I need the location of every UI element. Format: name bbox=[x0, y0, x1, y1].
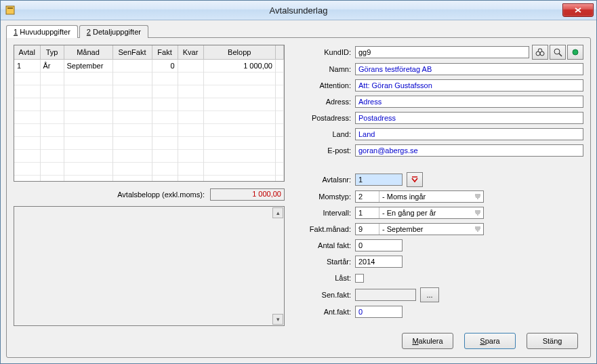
memo-textarea[interactable]: ▴ ▾ bbox=[14, 206, 285, 326]
binoculars-icon bbox=[535, 48, 545, 56]
antalfakt-label: Antal fakt: bbox=[298, 241, 355, 249]
col-belopp[interactable]: Belopp bbox=[203, 45, 276, 60]
intervall-label: Intervall: bbox=[298, 209, 355, 217]
attention-input[interactable] bbox=[355, 79, 583, 92]
chevron-down-icon bbox=[472, 191, 483, 202]
magnifier-icon bbox=[553, 47, 562, 57]
avtalsnr-label: Avtalsnr: bbox=[298, 176, 355, 184]
col-manad[interactable]: Månad bbox=[64, 45, 112, 60]
makulera-button[interactable]: Makulera bbox=[402, 333, 453, 349]
land-input[interactable] bbox=[355, 128, 583, 140]
attention-label: Attention: bbox=[298, 81, 355, 89]
col-senfakt[interactable]: SenFakt bbox=[112, 45, 152, 60]
cell-kvar bbox=[178, 60, 203, 73]
contracts-grid[interactable]: Avtal Typ Månad SenFakt Fakt Kvar Belopp bbox=[14, 45, 285, 182]
cell-manad: September bbox=[64, 60, 112, 73]
svg-point-6 bbox=[573, 49, 578, 55]
intervall-combo[interactable]: 1 - En gång per år bbox=[355, 207, 484, 219]
avtalsnr-input[interactable] bbox=[355, 174, 403, 186]
momstyp-text: - Moms ingår bbox=[379, 191, 472, 202]
momstyp-code: 2 bbox=[356, 191, 379, 202]
status-button[interactable] bbox=[567, 45, 583, 60]
tabstrip: 1 Huvuduppgifter 2 Detaljuppgifter bbox=[6, 24, 591, 37]
namn-label: Namn: bbox=[298, 65, 355, 73]
left-column: Avtal Typ Månad SenFakt Fakt Kvar Belopp bbox=[14, 45, 285, 326]
summary-row: Avtalsbelopp (exkl.moms): 1 000,00 bbox=[14, 188, 285, 201]
senfakt-label: Sen.fakt: bbox=[298, 291, 355, 299]
chevron-down-icon bbox=[472, 224, 483, 235]
cell-avtal: 1 bbox=[14, 60, 40, 73]
adress-label: Adress: bbox=[298, 98, 355, 106]
tab-panel: Avtal Typ Månad SenFakt Fakt Kvar Belopp bbox=[6, 37, 591, 358]
adress-input[interactable] bbox=[355, 96, 583, 108]
window: Avtalsunderlag 1 Huvuduppgifter 2 Detalj… bbox=[0, 0, 597, 364]
svg-rect-0 bbox=[6, 6, 14, 14]
svg-line-5 bbox=[559, 54, 562, 56]
col-avtal[interactable]: Avtal bbox=[14, 45, 40, 60]
antalfakt-input[interactable] bbox=[355, 239, 403, 251]
intervall-code: 1 bbox=[356, 207, 379, 218]
svg-point-4 bbox=[554, 49, 560, 54]
faktmanad-combo[interactable]: 9 - September bbox=[355, 223, 484, 235]
scroll-up-button[interactable]: ▴ bbox=[272, 207, 283, 218]
status-dot-icon bbox=[571, 48, 579, 56]
binoculars-button[interactable] bbox=[532, 45, 548, 60]
svg-point-2 bbox=[536, 52, 540, 56]
svg-point-3 bbox=[540, 52, 544, 56]
spara-button[interactable]: Spara bbox=[464, 333, 516, 349]
cell-fakt: 0 bbox=[152, 60, 178, 73]
antfakt-input[interactable] bbox=[355, 306, 403, 318]
startar-label: Startår: bbox=[298, 258, 355, 266]
last-checkbox[interactable] bbox=[355, 274, 364, 283]
faktmanad-text: - September bbox=[379, 224, 472, 235]
tab-detaljuppgifter[interactable]: 2 Detaljuppgifter bbox=[79, 25, 148, 38]
momstyp-label: Momstyp: bbox=[298, 193, 355, 201]
stang-button[interactable]: Stäng bbox=[527, 333, 578, 349]
postadress-label: Postadress: bbox=[298, 114, 355, 122]
momstyp-combo[interactable]: 2 - Moms ingår bbox=[355, 190, 484, 203]
antfakt-label: Ant.fakt: bbox=[298, 308, 355, 316]
kundid-label: KundID: bbox=[298, 48, 355, 56]
scroll-down-button[interactable]: ▾ bbox=[272, 314, 283, 325]
chevron-down-icon bbox=[472, 207, 483, 218]
client-area: 1 Huvuduppgifter 2 Detaljuppgifter bbox=[1, 20, 596, 363]
postadress-input[interactable] bbox=[355, 112, 583, 124]
right-column: KundID: bbox=[298, 45, 583, 326]
epost-label: E-post: bbox=[298, 146, 355, 155]
intervall-text: - En gång per år bbox=[379, 207, 472, 218]
col-typ[interactable]: Typ bbox=[40, 45, 64, 60]
cell-belopp: 1 000,00 bbox=[203, 60, 276, 73]
faktmanad-code: 9 bbox=[356, 224, 379, 235]
summary-label: Avtalsbelopp (exkl.moms): bbox=[117, 190, 205, 199]
arrow-down-icon bbox=[411, 176, 419, 184]
bottom-buttons: Makulera Spara Stäng bbox=[14, 326, 583, 350]
col-spacer bbox=[276, 45, 284, 60]
senfakt-browse-button[interactable]: ... bbox=[420, 287, 439, 302]
cell-typ: År bbox=[40, 60, 64, 73]
tab-huvuduppgifter[interactable]: 1 Huvuduppgifter bbox=[6, 25, 78, 38]
last-label: Låst: bbox=[298, 274, 355, 282]
avtalsnr-dropdown-button[interactable] bbox=[407, 172, 423, 187]
land-label: Land: bbox=[298, 130, 355, 138]
epost-input[interactable] bbox=[355, 144, 583, 157]
grid-header-row: Avtal Typ Månad SenFakt Fakt Kvar Belopp bbox=[14, 45, 284, 60]
magnifier-button[interactable] bbox=[550, 45, 566, 60]
col-fakt[interactable]: Fakt bbox=[152, 45, 178, 60]
col-kvar[interactable]: Kvar bbox=[178, 45, 203, 60]
window-title: Avtalsunderlag bbox=[1, 5, 596, 16]
ellipsis-icon: ... bbox=[426, 291, 432, 299]
kundid-input[interactable] bbox=[355, 46, 529, 58]
cell-senfakt bbox=[112, 60, 152, 73]
svg-rect-1 bbox=[7, 7, 13, 9]
close-button[interactable] bbox=[562, 3, 594, 17]
titlebar: Avtalsunderlag bbox=[1, 1, 596, 20]
senfakt-input bbox=[355, 289, 416, 301]
app-icon bbox=[5, 5, 16, 16]
namn-input[interactable] bbox=[355, 63, 583, 75]
startar-input[interactable] bbox=[355, 256, 403, 268]
faktmanad-label: Fakt.månad: bbox=[298, 225, 355, 233]
table-row[interactable]: 1 År September 0 1 000,00 bbox=[14, 60, 284, 73]
summary-value: 1 000,00 bbox=[210, 188, 285, 201]
